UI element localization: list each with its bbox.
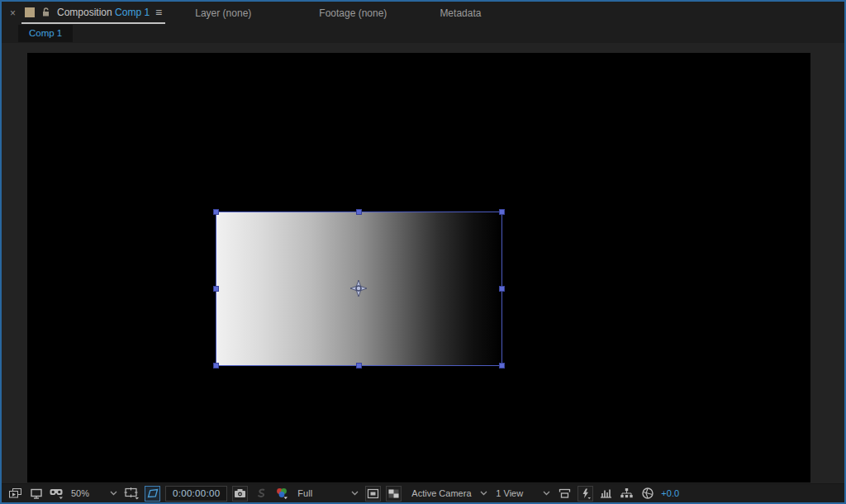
tab-layer[interactable]: Layer (none)	[188, 2, 258, 24]
close-icon[interactable]: ×	[10, 7, 16, 19]
tab-metadata[interactable]: Metadata	[433, 2, 487, 24]
fast-previews-icon[interactable]	[577, 486, 593, 502]
selection-handle-bottom-left[interactable]	[213, 363, 219, 368]
chevron-down-icon	[543, 491, 550, 496]
snapshot-camera-icon[interactable]	[232, 486, 248, 502]
view-layout-value: 1 View	[496, 488, 523, 498]
chevron-down-icon	[480, 491, 487, 496]
current-time-display[interactable]: 0:00:00:00	[165, 486, 227, 502]
tab-composition[interactable]: × Composition Comp 1 ≡	[2, 2, 169, 24]
panel-title: Composition Comp 1	[57, 7, 150, 18]
reset-exposure-icon[interactable]	[639, 486, 655, 502]
viewer-toolbar: 50% 0:00:00:00	[2, 483, 844, 502]
composition-viewport[interactable]	[2, 43, 844, 483]
exposure-value[interactable]: +0.0	[661, 488, 679, 498]
selection-handle-bottom-center[interactable]	[356, 363, 362, 368]
transparency-grid-icon[interactable]	[386, 486, 402, 502]
viewer-tab-row: Comp 1	[2, 24, 844, 43]
panel-tab-strip: × Composition Comp 1 ≡ Layer (none) Foot…	[2, 2, 844, 24]
timeline-icon[interactable]	[598, 486, 614, 502]
resolution-dropdown[interactable]: Full	[296, 486, 360, 502]
show-snapshot-icon[interactable]	[253, 486, 269, 502]
resolution-value: Full	[297, 488, 312, 498]
panel-title-label: Composition	[57, 7, 112, 18]
selection-handle-middle-right[interactable]	[499, 286, 505, 292]
channel-settings-icon[interactable]	[273, 486, 289, 502]
selection-handle-top-center[interactable]	[356, 209, 362, 215]
selection-handle-bottom-right[interactable]	[499, 363, 505, 368]
3d-view-value: Active Camera	[411, 488, 471, 498]
layer-anchor-point-icon[interactable]	[349, 279, 368, 297]
3d-glasses-icon[interactable]	[49, 486, 64, 502]
region-of-interest-icon[interactable]	[365, 486, 381, 502]
chevron-down-icon	[110, 491, 117, 496]
viewer-tab-comp1[interactable]: Comp 1	[18, 25, 73, 42]
magnification-dropdown[interactable]: 50%	[69, 486, 119, 502]
view-layout-dropdown[interactable]: 1 View	[494, 486, 552, 502]
3d-view-dropdown[interactable]: Active Camera	[410, 486, 489, 502]
grid-options-icon[interactable]	[124, 486, 140, 502]
mask-visibility-icon[interactable]	[145, 486, 160, 502]
magnification-value: 50%	[71, 488, 89, 498]
selection-handle-top-left[interactable]	[213, 209, 219, 215]
tab-footage[interactable]: Footage (none)	[312, 2, 393, 24]
composition-tab-main[interactable]: Composition Comp 1 ≡	[21, 2, 165, 24]
selection-handle-top-right[interactable]	[499, 209, 505, 215]
primary-viewer-icon[interactable]	[28, 486, 44, 502]
panel-title-comp-name: Comp 1	[115, 7, 150, 18]
panel-menu-icon[interactable]: ≡	[155, 6, 162, 19]
pixel-aspect-icon[interactable]	[557, 486, 573, 502]
always-preview-icon[interactable]	[7, 486, 23, 502]
chevron-down-icon	[351, 491, 359, 496]
panel-square-icon	[25, 7, 35, 17]
lock-icon[interactable]	[40, 7, 51, 17]
composition-frame[interactable]	[27, 53, 810, 483]
flowchart-icon[interactable]	[619, 486, 634, 502]
selected-gradient-layer[interactable]	[216, 212, 501, 365]
selection-handle-middle-left[interactable]	[213, 286, 219, 292]
